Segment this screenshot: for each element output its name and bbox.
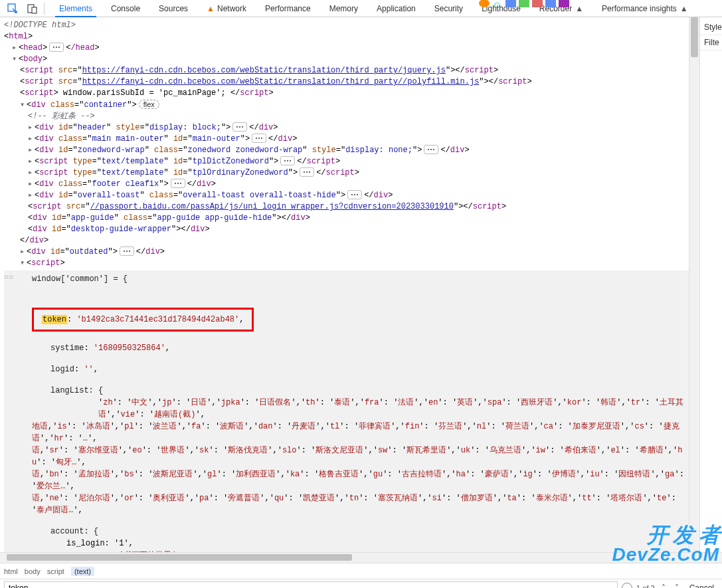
purple-box-icon xyxy=(559,0,569,7)
container-node[interactable]: ▾<div class="container">flex xyxy=(4,99,699,111)
common-script-open[interactable]: ▾<script> xyxy=(4,258,699,269)
red-box-icon xyxy=(532,0,543,7)
vertical-scrollbar[interactable] xyxy=(689,17,699,552)
desktop-guide-node[interactable]: <div id="desktop-guide-wrapper"></div> xyxy=(4,224,699,235)
tab-insights-label: Performance insights xyxy=(602,4,677,13)
passport-script-node[interactable]: <script src="//passport.baidu.com/passAp… xyxy=(4,201,699,213)
tab-security[interactable]: Security xyxy=(425,0,472,17)
tab-performance[interactable]: Performance xyxy=(256,0,320,17)
sidebar-tab-styles[interactable]: Style xyxy=(700,20,722,35)
hscroll-thumb[interactable] xyxy=(7,554,352,561)
smile-icon: ☺ xyxy=(492,0,503,7)
search-prev-icon[interactable]: ˄ xyxy=(659,583,668,589)
footer-node[interactable]: ▸<div class="footer cleafix">⋯</div> xyxy=(4,179,699,190)
toast-node[interactable]: ▸<div id="overall-toast" class="overall-… xyxy=(4,190,699,201)
head-node[interactable]: ▸<head>⋯</head> xyxy=(4,43,699,54)
preview-icon: ▲ xyxy=(575,4,583,13)
appguide-node[interactable]: <div id="app-guide" class="app-guide app… xyxy=(4,213,699,224)
crumb-html[interactable]: html xyxy=(4,567,18,575)
dom-breadcrumb: html body script (text) xyxy=(0,563,722,579)
preview-icon: ▲ xyxy=(680,4,688,13)
tab-memory[interactable]: Memory xyxy=(320,0,367,17)
elements-tree[interactable]: <!DOCTYPE html> <html> ▸<head>⋯</head> ▾… xyxy=(0,17,699,552)
crumb-script[interactable]: script xyxy=(47,567,64,575)
rainbow-comment[interactable]: <!-- 彩虹条 --> xyxy=(4,111,699,122)
horizontal-scrollbar[interactable] xyxy=(0,552,722,563)
is-login-line: is_login: '1', xyxy=(4,538,689,549)
outdated-node[interactable]: ▸<div id="outdated">⋯</div> xyxy=(4,246,699,258)
tab-network[interactable]: ▲Network xyxy=(197,0,256,17)
token-highlight-box: token: 'b1492ca3c71441ec31d178494d42ab48… xyxy=(32,308,254,332)
blue-box-icon-2 xyxy=(545,0,556,7)
scrollbar-thumb[interactable] xyxy=(691,17,698,57)
script-jquery-node[interactable]: <script src="https://fanyi-cdn.cdn.bcebo… xyxy=(4,65,699,76)
search-clear-icon[interactable] xyxy=(622,583,632,589)
search-bar: 1 of 2 ˄ ˅ Cancel xyxy=(0,579,722,588)
tab-performance-insights[interactable]: Performance insights▲ xyxy=(592,0,697,17)
body-node[interactable]: ▾<body> xyxy=(4,54,699,65)
flex-badge[interactable]: flex xyxy=(139,100,159,109)
devtools-toolbar: Elements Console Sources ▲Network Perfor… xyxy=(0,0,722,17)
warning-icon: ▲ xyxy=(207,4,215,13)
header-div-node[interactable]: ▸<div id="header" style="display: block;… xyxy=(4,122,699,134)
logid-line: logid: '', xyxy=(4,363,689,375)
blue-box-icon xyxy=(505,0,516,7)
search-next-icon[interactable]: ˅ xyxy=(672,583,681,589)
green-box-icon xyxy=(519,0,529,7)
svg-rect-2 xyxy=(32,7,37,13)
account-open: account: { xyxy=(4,526,689,538)
header-extra-icons: ☺ xyxy=(479,0,569,7)
container-close[interactable]: </div> xyxy=(4,235,699,246)
orange-dot-icon xyxy=(479,0,490,7)
doctype-node[interactable]: <!DOCTYPE html> xyxy=(4,20,699,31)
systime-line: systime: '1680950325864', xyxy=(4,342,689,354)
tpl-ord-node[interactable]: ▸<script type="text/template" id="tplOrd… xyxy=(4,167,699,179)
token-key: token xyxy=(42,315,67,324)
script-polyfill-node[interactable]: <script src="https://fanyi-cdn.cdn.bcebo… xyxy=(4,76,699,88)
script-text-content[interactable]: == window['common'] = { token: 'b1492ca3… xyxy=(4,270,689,552)
crumb-text[interactable]: (text) xyxy=(71,567,94,576)
tab-console[interactable]: Console xyxy=(102,0,149,17)
common-open-line: window['common'] = { xyxy=(4,273,689,285)
panel-tabs: Elements Console Sources ▲Network Perfor… xyxy=(50,0,697,17)
zoned-div-node[interactable]: ▸<div id="zonedword-wrap" class="zonedwo… xyxy=(4,145,699,156)
device-toggle-icon[interactable] xyxy=(27,3,39,15)
script-inline-node[interactable]: <script> window.parisSubId = 'pc_mainPag… xyxy=(4,88,699,99)
token-value: 'b1492ca3c71441ec31d178494d42ab48' xyxy=(76,315,239,324)
langlist-open: langList: { xyxy=(4,385,689,397)
langlist-entries: 'zh': '中文','jp': '日语','jpka': '日语假名','th… xyxy=(4,397,689,516)
tpl-dict-node[interactable]: ▸<script type="text/template" id="tplDic… xyxy=(4,156,699,167)
search-cancel-button[interactable]: Cancel xyxy=(685,583,718,589)
tab-sources[interactable]: Sources xyxy=(149,0,197,17)
main-div-node[interactable]: ▸<div class="main main-outer" id="main-o… xyxy=(4,134,699,145)
styles-sidebar: Style Filte xyxy=(699,17,722,552)
tab-application[interactable]: Application xyxy=(367,0,425,17)
search-input[interactable] xyxy=(4,581,618,589)
tab-elements[interactable]: Elements xyxy=(50,0,102,17)
sidebar-filter[interactable]: Filte xyxy=(700,35,722,50)
crumb-body[interactable]: body xyxy=(25,567,41,575)
inspect-icon[interactable] xyxy=(7,3,19,15)
separator xyxy=(44,3,45,15)
search-count: 1 of 2 xyxy=(636,584,655,589)
tab-network-label: Network xyxy=(217,4,246,13)
html-node[interactable]: <html> xyxy=(4,31,699,43)
